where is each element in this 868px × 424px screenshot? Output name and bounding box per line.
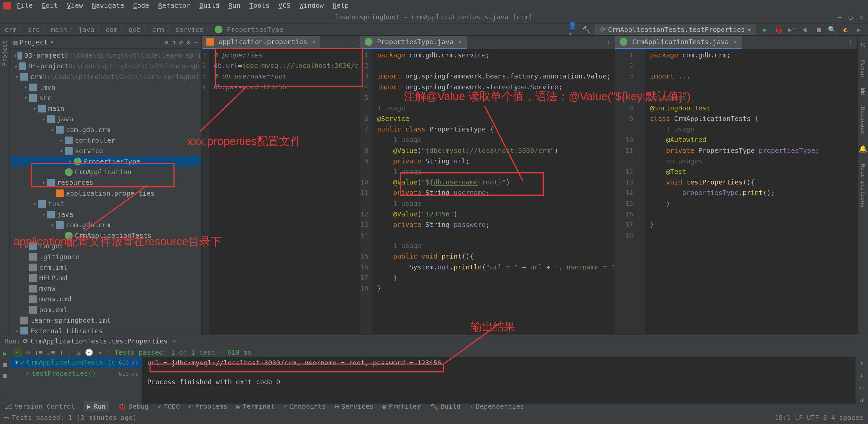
test-tree[interactable]: ▾✓CrmApplicationTests (c610 ms✓testPrope… bbox=[10, 357, 143, 404]
plugin-icon[interactable]: ▶ bbox=[854, 25, 863, 34]
tree-item-applicationproperties[interactable]: application.properties bbox=[10, 188, 202, 198]
project-tool-button[interactable]: Project bbox=[1, 38, 8, 68]
maximize-icon[interactable]: ▢ bbox=[849, 13, 853, 21]
maven-tool-button[interactable]: Maven bbox=[860, 60, 866, 77]
menu-code[interactable]: Code bbox=[130, 1, 153, 11]
hide-icon[interactable]: — bbox=[194, 38, 198, 46]
close-icon[interactable]: ✕ bbox=[859, 13, 863, 21]
exit-button[interactable]: ⏹ bbox=[2, 372, 8, 380]
menu-vcs[interactable]: VCS bbox=[275, 1, 294, 11]
tab-close-icon[interactable]: × bbox=[458, 38, 462, 46]
tab-close-icon[interactable]: × bbox=[733, 38, 737, 46]
breadcrumb-item[interactable]: crm bbox=[152, 25, 164, 33]
menu-help[interactable]: Help bbox=[329, 1, 352, 11]
menu-run[interactable]: Run bbox=[225, 1, 244, 11]
next-icon[interactable]: ↓ bbox=[68, 348, 72, 356]
tree-item-comgdbcrm[interactable]: ▾com.gdb.crm bbox=[10, 124, 202, 135]
breadcrumb-item[interactable]: gdb bbox=[129, 25, 141, 33]
tab-propertiestype[interactable]: PropertiesType.java × bbox=[360, 36, 467, 49]
gear-icon[interactable]: ⚙ bbox=[187, 38, 191, 46]
breadcrumb-item[interactable]: PropertiesType bbox=[227, 25, 283, 33]
search-icon[interactable]: 🔍 bbox=[828, 25, 836, 34]
user-icon[interactable]: 👤▾ bbox=[568, 25, 577, 34]
breadcrumb-item[interactable]: com bbox=[105, 25, 118, 33]
stop-button[interactable]: ■ bbox=[814, 25, 823, 34]
collapse-icon[interactable]: ⇵ bbox=[179, 38, 183, 46]
breadcrumb-item[interactable]: java bbox=[78, 25, 94, 33]
tree-item-service[interactable]: ▾service bbox=[10, 145, 202, 156]
breadcrumb-item[interactable]: service bbox=[175, 25, 204, 33]
tree-item-controller[interactable]: ▸controller bbox=[10, 135, 202, 145]
breadcrumb-item[interactable]: main bbox=[51, 25, 67, 33]
tree-item-main[interactable]: ▾main bbox=[10, 103, 202, 114]
editor-body[interactable]: 123456789101112131415161718 package com.… bbox=[360, 49, 615, 334]
tree-item-mvnw[interactable]: mvnw bbox=[10, 283, 202, 294]
tool-run[interactable]: ▶Run bbox=[84, 401, 109, 411]
prev-icon[interactable]: ↑ bbox=[59, 348, 64, 356]
debug-button[interactable]: 🐞 bbox=[774, 25, 783, 34]
expand-icon[interactable]: ↓≡ bbox=[47, 348, 55, 356]
tree-item-src[interactable]: ▾src bbox=[10, 92, 202, 103]
test-row[interactable]: ▾✓CrmApplicationTests (c610 ms bbox=[10, 357, 142, 368]
fail-filter-icon[interactable]: ⊘ bbox=[26, 348, 30, 356]
history-icon[interactable]: 🕘 bbox=[85, 348, 93, 356]
up-icon[interactable]: ↑ bbox=[860, 359, 864, 367]
tab-crmapplicationtests[interactable]: CrmApplicationTests.java × bbox=[615, 36, 742, 49]
editor-more-icon[interactable]: ⋮ bbox=[346, 38, 360, 46]
tree-item-mvnwcmd[interactable]: mvnw.cmd bbox=[10, 294, 202, 304]
menu-file[interactable]: File bbox=[13, 1, 36, 11]
wrap-icon[interactable]: ↩ bbox=[860, 384, 864, 391]
tree-item-crmapplicationtests[interactable]: CrmApplicationTests bbox=[10, 230, 202, 241]
scroll-icon[interactable]: ⇊ bbox=[860, 396, 864, 404]
tree-item-externallibraries[interactable]: ▸External Libraries bbox=[10, 325, 202, 334]
status-icon[interactable]: ▭ bbox=[4, 414, 8, 422]
editor-more-icon[interactable]: ⋮ bbox=[844, 38, 857, 46]
tree-item-java[interactable]: ▾java bbox=[10, 209, 202, 219]
database-icon[interactable]: 🗄 bbox=[860, 88, 867, 96]
tree-item-pomxml[interactable]: pom.xml bbox=[10, 304, 202, 315]
tree-item-mvn[interactable]: ▸.mvn bbox=[10, 82, 202, 92]
rerun-button[interactable]: ▶ bbox=[3, 350, 7, 357]
breadcrumb-item[interactable]: src bbox=[28, 25, 40, 33]
update-icon[interactable]: ◐ bbox=[841, 25, 850, 34]
target-icon[interactable]: ⊕ bbox=[164, 38, 169, 46]
tree-item-crmapplication[interactable]: CrmApplication bbox=[10, 167, 202, 177]
menu-refactor[interactable]: Refactor bbox=[155, 1, 194, 11]
pass-filter-icon[interactable]: ✓ bbox=[13, 347, 21, 357]
run-tab-close-icon[interactable]: × bbox=[172, 337, 176, 345]
sort-icon[interactable]: ↕≡ bbox=[35, 348, 43, 356]
menu-view[interactable]: View bbox=[64, 1, 86, 11]
bell-icon[interactable]: 🔔 bbox=[859, 145, 867, 153]
test-row[interactable]: ✓testProperties()610 ms bbox=[10, 368, 142, 379]
minimize-icon[interactable]: — bbox=[838, 13, 842, 21]
tree-item-comgdbcrm[interactable]: ▾com.gdb.crm bbox=[10, 220, 202, 230]
editor-body[interactable]: 1234 # propertiesdb.url=jdbc:mysql://loc… bbox=[202, 49, 360, 334]
menu-window[interactable]: Window bbox=[296, 1, 327, 11]
maven-icon[interactable]: m bbox=[861, 40, 866, 49]
tree-item-crmiml[interactable]: crm.iml bbox=[10, 262, 202, 272]
tree-item-test[interactable]: ▾test bbox=[10, 198, 202, 209]
menu-navigate[interactable]: Navigate bbox=[89, 1, 128, 11]
menu-tools[interactable]: Tools bbox=[246, 1, 273, 11]
tree-item-crm[interactable]: ▾crm D:\Code\springboot\Code\learn-sprin… bbox=[10, 71, 202, 82]
tree-item-java[interactable]: ▾java bbox=[10, 114, 202, 124]
tab-application-properties[interactable]: application.properties × bbox=[202, 36, 320, 49]
tool-version-control[interactable]: ⎇Version Control bbox=[4, 402, 75, 410]
menu-edit[interactable]: Edit bbox=[38, 1, 61, 11]
expand-icon[interactable]: ⇅ bbox=[172, 38, 176, 46]
console-output[interactable]: url = jdbc:mysql://localhost:3030/crm, u… bbox=[143, 357, 855, 404]
status-indicators[interactable]: 18:1 LF UTF-8 4 spaces bbox=[775, 414, 863, 422]
run-config-selector[interactable]: ⟳ CrmApplicationTests.testProperties ▾ bbox=[595, 24, 756, 34]
tree-item-propertiestype[interactable]: ▸PropertiesType bbox=[10, 156, 202, 166]
export-icon[interactable]: ⇲ bbox=[76, 348, 81, 356]
hammer-icon[interactable]: 🔨 bbox=[582, 25, 591, 34]
tree-item-resources[interactable]: ▾resources bbox=[10, 177, 202, 188]
profiler-button[interactable]: ◉ bbox=[801, 25, 810, 34]
tree-item-gitignore[interactable]: .gitignore bbox=[10, 251, 202, 262]
notifications-tool-button[interactable]: Notifications bbox=[860, 164, 866, 208]
tab-close-icon[interactable]: × bbox=[312, 38, 316, 46]
menu-build[interactable]: Build bbox=[196, 1, 223, 11]
editor-more-icon[interactable]: ⋮ bbox=[602, 38, 615, 46]
run-button[interactable]: ▶ bbox=[761, 25, 769, 34]
tree-item-helpmd[interactable]: HELP.md bbox=[10, 272, 202, 283]
